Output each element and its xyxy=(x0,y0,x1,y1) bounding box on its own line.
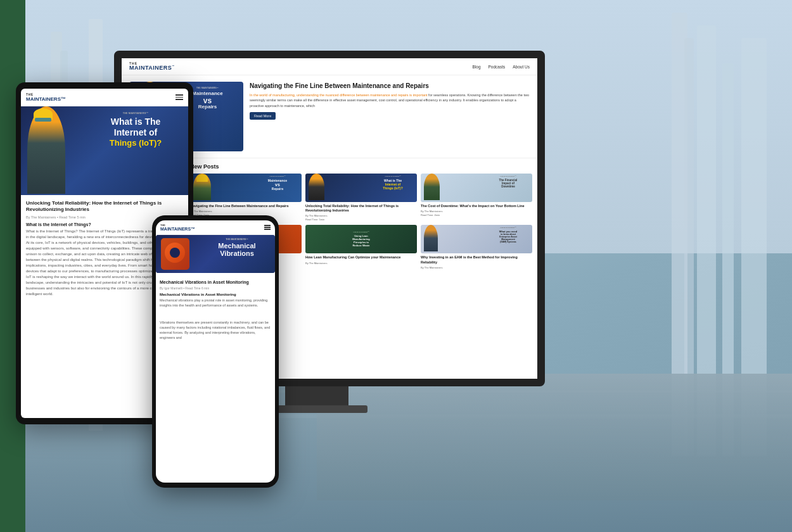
post-5-meta: By The Maintainers xyxy=(305,262,417,265)
nav-podcasts[interactable]: Podcasts xyxy=(489,65,506,69)
tablet-header: THE MAINTAINERS™ xyxy=(21,89,188,106)
post-2-readtime: Read Time: 5min xyxy=(305,218,324,221)
phone-header: THE MAINTAINERS™ xyxy=(156,220,275,235)
post-thumb-5: THE MAINTAINERS™ Using LeanManufacturing… xyxy=(305,225,417,253)
phone-frame: THE MAINTAINERS™ xyxy=(152,215,279,488)
post-card-5[interactable]: THE MAINTAINERS™ Using LeanManufacturing… xyxy=(305,225,417,269)
tablet-logo-name: MAINTAINERS™ xyxy=(26,96,66,102)
site-nav: Blog Podcasts About Us xyxy=(472,65,530,69)
nav-blog[interactable]: Blog xyxy=(472,65,480,69)
post-thumb-3: THE MAINTAINERS™ The Financial Impact of… xyxy=(421,174,532,202)
post-3-readtime: Read Time: 4min xyxy=(421,213,440,217)
post-5-author: By The Maintainers xyxy=(305,262,327,265)
post-2-title: Unlocking Total Reliability: How the Int… xyxy=(305,204,417,213)
logo-tm: ™ xyxy=(172,65,175,68)
phone-card-title: Mechanical Vibrations xyxy=(202,242,272,257)
post-card-3[interactable]: THE MAINTAINERS™ The Financial Impact of… xyxy=(421,174,532,221)
monitor-stand xyxy=(285,386,348,405)
post-3-meta: By The Maintainers Read Time: 4min xyxy=(421,210,532,217)
read-more-button[interactable]: Read More xyxy=(250,112,276,120)
phone-article-meta: By Igor Marinelli • Read Time 6 min xyxy=(160,286,271,290)
post-thumb-2: THE MAINTAINERS™ What is The Internet of… xyxy=(305,174,417,202)
post-1-author: By The Maintainers xyxy=(190,210,212,213)
site-header: THE MAINTAINERS™ Blog Podcasts About Us xyxy=(122,58,537,75)
tablet-hero-line1: What is The xyxy=(88,117,183,127)
tablet-hero-image: THE MAINTAINERS™ What is The Internet of… xyxy=(21,106,188,195)
post-card-1[interactable]: THE MAINTAINERS™ Maintenance vs Repairs … xyxy=(190,174,302,221)
tablet-article-title: Unlocking Total Reliability: How the Int… xyxy=(26,200,183,213)
post-6-author: By The Maintainers xyxy=(421,266,442,269)
devices-wrapper: THE MAINTAINERS™ Blog Podcasts About Us xyxy=(0,0,792,532)
nav-about[interactable]: About Us xyxy=(513,65,530,69)
hero-content: Navigating the Fine Line Between Mainten… xyxy=(250,82,530,151)
tablet-hero-line3: Things (IoT)? xyxy=(88,138,183,148)
phone-hamburger-line-3 xyxy=(264,229,271,230)
phone-article: Mechanical Vibrations in Asset Monitorin… xyxy=(156,276,275,483)
post-thumb-1: THE MAINTAINERS™ Maintenance vs Repairs xyxy=(190,174,302,202)
hamburger-menu[interactable] xyxy=(176,94,183,100)
phone-device: THE MAINTAINERS™ xyxy=(152,215,279,488)
phone-logo: THE MAINTAINERS™ xyxy=(160,224,195,231)
tablet-logo: THE MAINTAINERS™ xyxy=(26,92,66,102)
post-3-author: By The Maintainers xyxy=(421,210,442,213)
phone-hamburger-line-2 xyxy=(264,227,271,228)
phone-article-section: Mechanical Vibrations in Asset Monitorin… xyxy=(160,293,271,296)
logo-name: MAINTAINERS™ xyxy=(129,65,175,71)
phone-logo-name: MAINTAINERS™ xyxy=(160,227,195,231)
post-2-meta: By The Maintainers Read Time: 5min xyxy=(305,214,417,221)
post-6-meta: By The Maintainers xyxy=(421,266,532,270)
post-2-author: By The Maintainers xyxy=(305,214,327,217)
post-6-title: Why Investing in an EAM is the Best Meth… xyxy=(421,255,532,264)
phone-article-title: Mechanical Vibrations in Asset Monitorin… xyxy=(160,279,271,285)
post-card-6[interactable]: THE MAINTAINERS™ What you need to know a… xyxy=(421,225,532,269)
hamburger-line-2 xyxy=(176,97,183,98)
hamburger-line-1 xyxy=(176,94,183,96)
post-3-title: The Cost of Downtime: What's the Impact … xyxy=(421,204,532,208)
post-card-2[interactable]: THE MAINTAINERS™ What is The Internet of… xyxy=(305,174,417,221)
phone-article-body-2: Vibrations themselves are present consta… xyxy=(160,320,271,341)
post-thumb-6: THE MAINTAINERS™ What you need to know a… xyxy=(421,225,532,253)
hero-excerpt-highlighted: In the world of manufacturing, understan… xyxy=(250,93,428,97)
phone-screen: THE MAINTAINERS™ xyxy=(156,220,275,483)
phone-hamburger-line-1 xyxy=(264,225,271,226)
phone-article-body-1: Mechanical vibrations play a pivotal rol… xyxy=(160,298,271,308)
post-1-title: Navigating the Fine Line Between Mainten… xyxy=(190,204,302,208)
post-5-title: How Lean Manufacturing Can Optimize your… xyxy=(305,255,417,260)
monitor-base xyxy=(266,405,367,413)
hero-title: Navigating the Fine Line Between Mainten… xyxy=(250,82,530,90)
hamburger-line-3 xyxy=(176,99,183,100)
logo-name-text: MAINTAINERS xyxy=(129,65,172,71)
new-posts-title: New Posts xyxy=(190,163,532,170)
phone-hamburger-menu[interactable] xyxy=(264,225,271,230)
hero-excerpt: In the world of manufacturing, understan… xyxy=(250,92,530,108)
site-logo: THE MAINTAINERS™ xyxy=(129,62,175,71)
tablet-hero-line2: Internet of xyxy=(88,127,183,138)
phone-hero-card: THE MAINTAINERS™ Mechanical Vibrations xyxy=(156,235,275,273)
